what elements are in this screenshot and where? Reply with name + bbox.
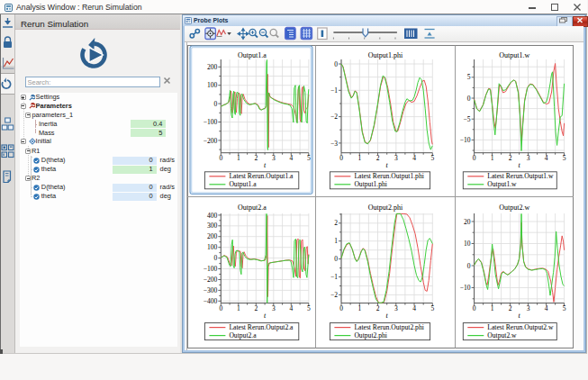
svg-text:2: 2 bbox=[509, 304, 512, 312]
svg-text:10: 10 bbox=[464, 240, 471, 248]
svg-text:Latest Rerun.Output2.phi: Latest Rerun.Output2.phi bbox=[354, 323, 423, 331]
svg-text:2: 2 bbox=[334, 219, 338, 227]
svg-text:2: 2 bbox=[509, 154, 512, 162]
svg-text:0: 0 bbox=[334, 255, 338, 263]
svg-text:Output1.w: Output1.w bbox=[487, 180, 517, 188]
svg-text:4: 4 bbox=[289, 304, 293, 312]
svg-text:3: 3 bbox=[272, 304, 276, 312]
svg-text:3: 3 bbox=[527, 304, 530, 312]
svg-text:200: 200 bbox=[207, 63, 218, 71]
svg-text:0: 0 bbox=[219, 154, 222, 162]
svg-text:3: 3 bbox=[527, 154, 530, 162]
svg-text:300: 300 bbox=[207, 222, 218, 230]
svg-text:1: 1 bbox=[357, 154, 361, 162]
svg-text:Latest Rerun.Output2.a: Latest Rerun.Output2.a bbox=[229, 323, 294, 331]
svg-text:Output1.w: Output1.w bbox=[499, 51, 529, 59]
svg-text:t: t bbox=[264, 312, 267, 320]
svg-text:5: 5 bbox=[430, 154, 434, 162]
svg-text:1: 1 bbox=[491, 154, 494, 162]
svg-text:0: 0 bbox=[467, 95, 471, 103]
svg-text:Output1.a: Output1.a bbox=[229, 180, 257, 188]
svg-text:0: 0 bbox=[339, 304, 343, 312]
svg-text:400: 400 bbox=[207, 212, 218, 220]
svg-text:0: 0 bbox=[219, 304, 222, 312]
svg-text:100: 100 bbox=[207, 243, 218, 251]
svg-text:4: 4 bbox=[289, 154, 293, 162]
svg-text:−2: −2 bbox=[330, 291, 338, 299]
svg-text:2: 2 bbox=[254, 304, 258, 312]
svg-text:Latest Rerun.Output1.w: Latest Rerun.Output1.w bbox=[487, 172, 554, 180]
svg-text:4: 4 bbox=[545, 304, 548, 312]
svg-text:5: 5 bbox=[430, 304, 434, 312]
svg-text:1: 1 bbox=[334, 237, 338, 245]
svg-text:0: 0 bbox=[473, 304, 476, 312]
svg-text:−200: −200 bbox=[204, 276, 218, 284]
svg-text:4: 4 bbox=[412, 304, 416, 312]
svg-text:−200: −200 bbox=[204, 137, 218, 145]
svg-text:0: 0 bbox=[334, 60, 338, 68]
svg-text:Latest Rerun.Output1.phi: Latest Rerun.Output1.phi bbox=[354, 172, 423, 180]
svg-text:3: 3 bbox=[394, 154, 398, 162]
svg-text:Output2.a: Output2.a bbox=[238, 204, 267, 212]
svg-text:−5: −5 bbox=[464, 115, 471, 123]
svg-text:−10: −10 bbox=[460, 136, 471, 144]
svg-text:3: 3 bbox=[272, 154, 276, 162]
svg-text:Latest Rerun.Output2.w: Latest Rerun.Output2.w bbox=[487, 323, 554, 331]
svg-text:Output1.phi: Output1.phi bbox=[354, 180, 387, 188]
svg-text:Output1.a: Output1.a bbox=[238, 51, 267, 59]
svg-text:t: t bbox=[386, 312, 389, 320]
svg-text:−100: −100 bbox=[204, 118, 218, 126]
svg-text:t: t bbox=[518, 312, 520, 320]
svg-text:1: 1 bbox=[237, 304, 240, 312]
svg-text:5: 5 bbox=[307, 154, 311, 162]
svg-text:20: 20 bbox=[464, 218, 471, 226]
svg-text:−1: −1 bbox=[330, 273, 338, 281]
svg-text:5: 5 bbox=[467, 73, 471, 81]
svg-text:4: 4 bbox=[545, 154, 548, 162]
svg-text:1: 1 bbox=[357, 304, 361, 312]
svg-text:Output2.a: Output2.a bbox=[229, 331, 257, 339]
svg-text:−400: −400 bbox=[204, 297, 218, 305]
svg-text:Output1.phi: Output1.phi bbox=[368, 51, 403, 59]
svg-text:Output2.w: Output2.w bbox=[487, 331, 517, 339]
svg-text:−100: −100 bbox=[204, 265, 218, 273]
svg-text:0: 0 bbox=[473, 154, 476, 162]
svg-text:5: 5 bbox=[563, 154, 566, 162]
svg-text:2: 2 bbox=[376, 154, 380, 162]
svg-text:200: 200 bbox=[207, 232, 218, 240]
svg-text:100: 100 bbox=[207, 81, 218, 89]
svg-text:t: t bbox=[518, 161, 520, 169]
svg-text:Output2.phi: Output2.phi bbox=[368, 204, 403, 212]
svg-text:2: 2 bbox=[254, 154, 258, 162]
svg-text:t: t bbox=[386, 161, 389, 169]
svg-text:−1: −1 bbox=[330, 86, 338, 95]
svg-text:−10: −10 bbox=[460, 284, 471, 292]
svg-text:Output2.w: Output2.w bbox=[499, 204, 529, 212]
svg-text:0: 0 bbox=[214, 100, 218, 108]
svg-text:Latest Rerun.Output1.a: Latest Rerun.Output1.a bbox=[229, 172, 294, 180]
svg-text:−300: −300 bbox=[204, 286, 218, 294]
svg-text:1: 1 bbox=[491, 304, 494, 312]
svg-text:0: 0 bbox=[467, 262, 471, 270]
svg-text:0: 0 bbox=[339, 154, 343, 162]
svg-text:1: 1 bbox=[237, 154, 240, 162]
svg-text:t: t bbox=[264, 161, 267, 169]
svg-text:4: 4 bbox=[412, 154, 416, 162]
svg-text:−3: −3 bbox=[330, 140, 338, 148]
svg-text:0: 0 bbox=[214, 254, 218, 262]
svg-text:Output2.phi: Output2.phi bbox=[354, 331, 387, 339]
svg-text:3: 3 bbox=[394, 304, 398, 312]
svg-text:−2: −2 bbox=[330, 113, 338, 121]
svg-text:5: 5 bbox=[307, 304, 311, 312]
svg-text:2: 2 bbox=[376, 304, 380, 312]
svg-text:5: 5 bbox=[563, 304, 566, 312]
